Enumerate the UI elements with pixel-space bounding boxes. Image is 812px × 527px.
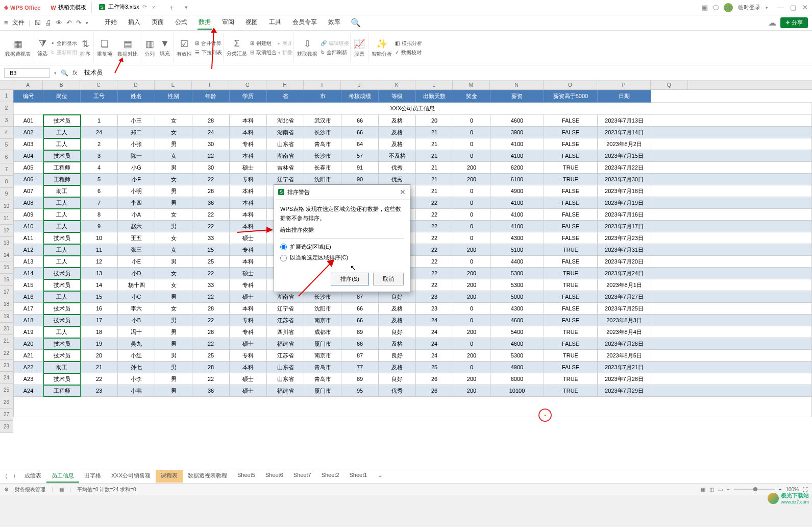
cell[interactable]: 良好 bbox=[379, 291, 416, 303]
cell[interactable]: 优秀 bbox=[379, 174, 416, 185]
menu-tab-公式[interactable]: 公式 bbox=[174, 16, 188, 30]
cell[interactable]: 江苏省 bbox=[267, 315, 304, 326]
cell[interactable]: 女 bbox=[155, 174, 192, 185]
cell[interactable]: 专科 bbox=[230, 174, 267, 185]
cell[interactable]: 技术员 bbox=[43, 373, 81, 385]
duplicate-button[interactable]: ❏重复项 bbox=[95, 37, 114, 59]
cell[interactable]: 23 bbox=[416, 291, 453, 303]
tab-document[interactable]: S 工作簿3.xlsx ⟳ × bbox=[93, 1, 164, 14]
cell[interactable]: 66 bbox=[341, 338, 379, 350]
pivot-button[interactable]: ▦数据透视表 bbox=[3, 37, 33, 59]
cell[interactable]: 2023年7月30日 bbox=[598, 174, 651, 185]
row-header[interactable]: 1 bbox=[0, 90, 13, 102]
cell[interactable]: 女 bbox=[155, 244, 192, 256]
cell[interactable]: 25 bbox=[416, 362, 453, 373]
cell[interactable]: A05 bbox=[14, 162, 43, 174]
cell[interactable]: 22 bbox=[192, 338, 230, 350]
cell[interactable]: 及格 bbox=[379, 315, 416, 326]
cell[interactable]: 助工 bbox=[43, 185, 81, 197]
cell[interactable]: 2023年7月14日 bbox=[598, 127, 651, 138]
ungroup-button[interactable]: ⊟取消组合 bbox=[250, 49, 277, 56]
cell[interactable]: 及格 bbox=[379, 127, 416, 138]
cell[interactable]: 湖南省 bbox=[267, 150, 304, 162]
cell[interactable]: 本科 bbox=[230, 185, 267, 197]
cell[interactable]: 女 bbox=[155, 115, 192, 127]
col-header[interactable]: L bbox=[415, 81, 453, 89]
col-header[interactable]: O bbox=[544, 81, 597, 89]
redo-icon[interactable]: ↷ bbox=[76, 19, 82, 27]
cell[interactable]: 技术员 bbox=[43, 232, 81, 244]
cell[interactable]: 22 bbox=[192, 174, 230, 185]
cell[interactable]: 男 bbox=[155, 291, 192, 303]
cell[interactable]: 厦门市 bbox=[304, 385, 341, 397]
print-icon[interactable]: 🖨 bbox=[45, 19, 52, 27]
cell[interactable]: 7 bbox=[81, 197, 118, 209]
row-header[interactable]: 27 bbox=[0, 409, 13, 421]
cell[interactable]: 湖北省 bbox=[267, 115, 304, 127]
formula-input[interactable]: 技术员 bbox=[81, 67, 808, 78]
cell[interactable]: FALSE bbox=[544, 232, 598, 244]
cell[interactable]: 28 bbox=[192, 362, 230, 373]
cell[interactable]: 男 bbox=[155, 350, 192, 362]
row-header[interactable]: 15 bbox=[0, 261, 13, 274]
cell[interactable]: 吉林省 bbox=[267, 162, 304, 174]
zoom-out-icon[interactable]: − bbox=[727, 487, 730, 492]
column-header[interactable]: 奖金 bbox=[453, 90, 490, 103]
cell[interactable]: 福建省 bbox=[267, 338, 304, 350]
cell[interactable]: A11 bbox=[14, 232, 43, 244]
column-header[interactable]: 市 bbox=[304, 90, 341, 103]
cell[interactable]: 沈阳市 bbox=[304, 303, 341, 315]
cell[interactable]: 2023年7月16日 bbox=[598, 209, 651, 221]
cell[interactable]: 20 bbox=[416, 115, 453, 127]
cell[interactable]: 16 bbox=[81, 303, 118, 315]
fx-icon[interactable]: fx bbox=[72, 69, 77, 77]
sheet-tab[interactable]: Sheet7 bbox=[288, 470, 316, 483]
cell[interactable]: 青岛市 bbox=[304, 138, 341, 150]
cube-icon[interactable]: ⬡ bbox=[713, 4, 719, 11]
cell[interactable]: 4400 bbox=[490, 256, 544, 268]
row-header[interactable]: 5 bbox=[0, 139, 13, 151]
cell[interactable]: 200 bbox=[453, 385, 490, 397]
cell[interactable]: 小E bbox=[118, 256, 155, 268]
col-header[interactable]: B bbox=[43, 81, 80, 89]
cell[interactable]: 冯十 bbox=[118, 326, 155, 338]
cell[interactable]: 30 bbox=[192, 138, 230, 150]
search-icon[interactable]: 🔍 bbox=[351, 18, 361, 28]
split-button[interactable]: ▥分列 bbox=[142, 37, 157, 59]
cell[interactable]: 5000 bbox=[490, 291, 544, 303]
layout-icon[interactable]: ▣ bbox=[702, 4, 708, 11]
cell[interactable]: FALSE bbox=[544, 197, 598, 209]
cell[interactable]: 男 bbox=[155, 221, 192, 232]
cell[interactable]: 2023年7月19日 bbox=[598, 197, 651, 209]
cell[interactable]: 87 bbox=[341, 350, 379, 362]
column-header[interactable]: 学历 bbox=[230, 90, 267, 103]
column-header[interactable]: 岗位 bbox=[43, 90, 81, 103]
cell[interactable]: 优秀 bbox=[379, 162, 416, 174]
cell[interactable]: 4600 bbox=[490, 338, 544, 350]
cell[interactable]: 3900 bbox=[490, 127, 544, 138]
cell[interactable]: 工人 bbox=[43, 256, 81, 268]
cell[interactable]: 77 bbox=[341, 362, 379, 373]
row-header[interactable]: 10 bbox=[0, 200, 13, 212]
maximize-icon[interactable]: ▢ bbox=[790, 4, 796, 11]
col-header[interactable]: J bbox=[341, 81, 378, 89]
cell[interactable]: 2023年8月3日 bbox=[598, 315, 651, 326]
cell[interactable]: 9 bbox=[81, 221, 118, 232]
column-header[interactable]: 出勤天数 bbox=[416, 90, 453, 103]
cell[interactable]: FALSE bbox=[544, 115, 598, 127]
cell[interactable]: 王五 bbox=[118, 232, 155, 244]
cell[interactable]: 2023年7月21日 bbox=[598, 362, 651, 373]
cell[interactable]: 28 bbox=[192, 185, 230, 197]
cell[interactable]: 专科 bbox=[230, 244, 267, 256]
cell[interactable]: 女 bbox=[155, 268, 192, 279]
cell[interactable]: 工人 bbox=[43, 291, 81, 303]
menu-tab-插入[interactable]: 插入 bbox=[127, 16, 141, 30]
cell[interactable]: 沈阳市 bbox=[304, 174, 341, 185]
cell[interactable]: 小G bbox=[118, 162, 155, 174]
cell[interactable]: 20 bbox=[81, 350, 118, 362]
cell[interactable]: 6200 bbox=[490, 162, 544, 174]
cell[interactable]: 及格 bbox=[379, 362, 416, 373]
column-header[interactable]: 薪资高于5000 bbox=[544, 90, 598, 103]
cell[interactable]: 4900 bbox=[490, 185, 544, 197]
column-header[interactable]: 考核成绩 bbox=[341, 90, 379, 103]
